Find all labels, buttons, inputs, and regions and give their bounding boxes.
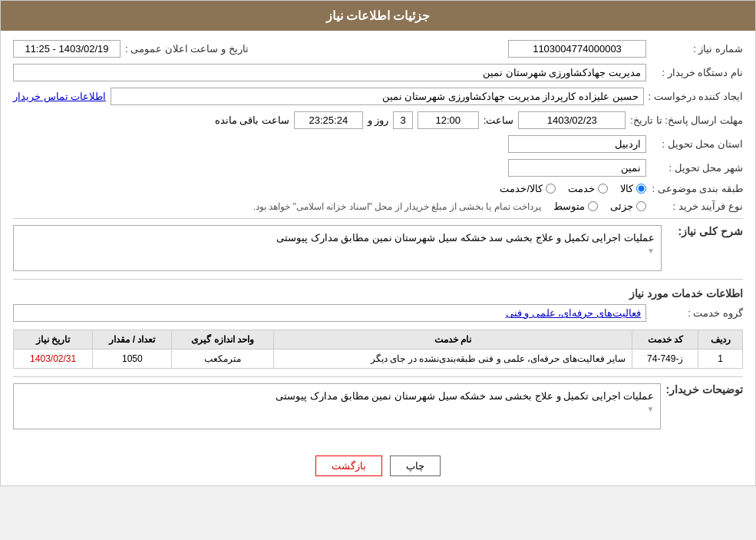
service-group-value: فعالیت‌های حرفه‌ای، علمی و فنی: [13, 304, 646, 322]
org-name-value: مدیریت جهادکشاورزی شهرستان نمین: [13, 64, 646, 81]
page-title: جزئیات اطلاعات نیاز: [326, 9, 431, 22]
buyer-description-label: توضیحات خریدار:: [665, 383, 743, 396]
purchase-radio-jozee[interactable]: [636, 201, 646, 211]
col-unit: واحد اندازه گیری: [172, 330, 273, 350]
cell-service-code: ز-749-74: [632, 350, 698, 369]
org-name-label: نام دستگاه خریدار :: [651, 67, 743, 78]
services-table: ردیف کد خدمت نام خدمت واحد اندازه گیری ت…: [13, 330, 743, 369]
col-row-num: ردیف: [698, 330, 743, 350]
days-value: 3: [393, 111, 412, 129]
buyer-description-row: توضیحات خریدار: عملیات اجرایی تکمیل و عل…: [13, 383, 743, 429]
requester-row: ایجاد کننده درخواست : حسین علیزاده کارپر…: [13, 88, 743, 105]
need-description-row: شرح کلی نیاز: عملیات اجرایی تکمیل و علاج…: [13, 225, 743, 271]
services-table-section: ردیف کد خدمت نام خدمت واحد اندازه گیری ت…: [13, 330, 743, 369]
col-service-name: نام خدمت: [273, 330, 632, 350]
col-date: تاریخ نیاز: [14, 330, 93, 350]
page-header: جزئیات اطلاعات نیاز: [1, 1, 755, 31]
deadline-time-value: 12:00: [418, 111, 479, 129]
purchase-note: پرداخت تمام یا بخشی از مبلغ خریدار از مح…: [253, 201, 541, 212]
buyer-description-value: عملیات اجرایی تکمیل و علاج بخشی سد خشکه …: [13, 383, 661, 429]
province-value: اردبیل: [508, 135, 646, 153]
remaining-time-value: 23:25:24: [294, 111, 363, 129]
category-row: طبقه بندی موضوعی : کالا خدمت کالا/خدمت: [13, 183, 743, 194]
category-label-khedmat: خدمت: [568, 183, 595, 194]
deadline-label: مهلت ارسال پاسخ: تا تاریخ:: [630, 114, 743, 126]
city-value: نمین: [508, 159, 646, 177]
category-label-kala-khedmat: کالا/خدمت: [500, 183, 543, 194]
province-row: استان محل تحویل : اردبیل: [13, 135, 743, 153]
province-label: استان محل تحویل :: [651, 138, 743, 150]
need-description-label: شرح کلی نیاز:: [666, 225, 743, 237]
print-button[interactable]: چاپ: [390, 456, 441, 476]
divider-3: [13, 376, 743, 377]
category-label-kala: کالا: [620, 183, 633, 194]
org-name-row: نام دستگاه خریدار : مدیریت جهادکشاورزی ش…: [13, 64, 743, 81]
cell-date: 1403/02/31: [14, 350, 93, 369]
announce-datetime-value: 1403/02/19 - 11:25: [13, 40, 120, 58]
purchase-label-jozee: جزئی: [610, 200, 633, 212]
footer-buttons: چاپ بازگشت: [1, 446, 755, 485]
service-group-label: گروه خدمت :: [651, 307, 743, 319]
page-wrapper: جزئیات اطلاعات نیاز شماره نیاز : 1103004…: [0, 0, 756, 486]
cell-row-num: 1: [698, 350, 743, 369]
city-row: شهر محل تحویل : نمین: [13, 159, 743, 177]
days-label: روز و: [368, 114, 389, 126]
category-label: طبقه بندی موضوعی :: [651, 183, 743, 194]
purchase-radio-group: جزئی متوسط: [553, 200, 646, 212]
category-radio-khedmat[interactable]: [598, 184, 608, 194]
content-area: شماره نیاز : 1103004774000003 تاریخ و سا…: [1, 31, 755, 446]
category-option-kala-khedmat: کالا/خدمت: [500, 183, 556, 194]
category-radio-kala-khedmat[interactable]: [546, 184, 556, 194]
request-number-row: شماره نیاز : 1103004774000003 تاریخ و سا…: [13, 40, 743, 58]
category-option-khedmat: خدمت: [568, 183, 608, 194]
back-button[interactable]: بازگشت: [315, 456, 382, 476]
purchase-option-jozee: جزئی: [610, 200, 646, 212]
table-row: 1 ز-749-74 سایر فعالیت‌های حرفه‌ای، علمی…: [14, 350, 743, 369]
purchase-type-label: نوع فرآیند خرید :: [651, 200, 743, 212]
requester-label: ایجاد کننده درخواست :: [649, 91, 743, 102]
remaining-label: ساعت باقی مانده: [215, 114, 289, 126]
deadline-row: مهلت ارسال پاسخ: تا تاریخ: 1403/02/23 سا…: [13, 111, 743, 129]
divider-1: [13, 218, 743, 219]
purchase-radio-motevaset[interactable]: [588, 201, 598, 211]
service-group-row: گروه خدمت : فعالیت‌های حرفه‌ای، علمی و ف…: [13, 304, 743, 322]
cell-service-name: سایر فعالیت‌های حرفه‌ای، علمی و فنی طبقه…: [273, 350, 632, 369]
cell-quantity: 1050: [93, 350, 172, 369]
requester-value: حسین علیزاده کارپرداز مدیریت جهادکشاورزی…: [111, 88, 643, 105]
request-number-label: شماره نیاز :: [651, 43, 743, 55]
services-info-title: اطلاعات خدمات مورد نیاز: [13, 287, 743, 300]
col-service-code: کد خدمت: [632, 330, 698, 350]
category-radio-kala[interactable]: [636, 184, 646, 194]
col-quantity: تعداد / مقدار: [93, 330, 172, 350]
purchase-option-motevaset: متوسط: [553, 200, 598, 212]
need-description-value: عملیات اجرایی تکمیل و علاج بخشی سد خشکه …: [13, 225, 662, 271]
divider-2: [13, 279, 743, 280]
deadline-date-value: 1403/02/23: [518, 111, 626, 129]
table-header-row: ردیف کد خدمت نام خدمت واحد اندازه گیری ت…: [14, 330, 743, 350]
category-option-kala: کالا: [620, 183, 646, 194]
category-radio-group: کالا خدمت کالا/خدمت: [500, 183, 646, 194]
request-number-value: 1103004774000003: [508, 40, 646, 58]
city-label: شهر محل تحویل :: [651, 162, 743, 174]
contact-link[interactable]: اطلاعات تماس خریدار: [13, 91, 106, 102]
purchase-label-motevaset: متوسط: [553, 200, 585, 212]
announce-datetime-label: تاریخ و ساعت اعلان عمومی :: [125, 43, 249, 55]
time-label: ساعت:: [484, 114, 514, 126]
purchase-type-row: نوع فرآیند خرید : جزئی متوسط پرداخت تمام…: [13, 200, 743, 212]
cell-unit: مترمکعب: [172, 350, 273, 369]
